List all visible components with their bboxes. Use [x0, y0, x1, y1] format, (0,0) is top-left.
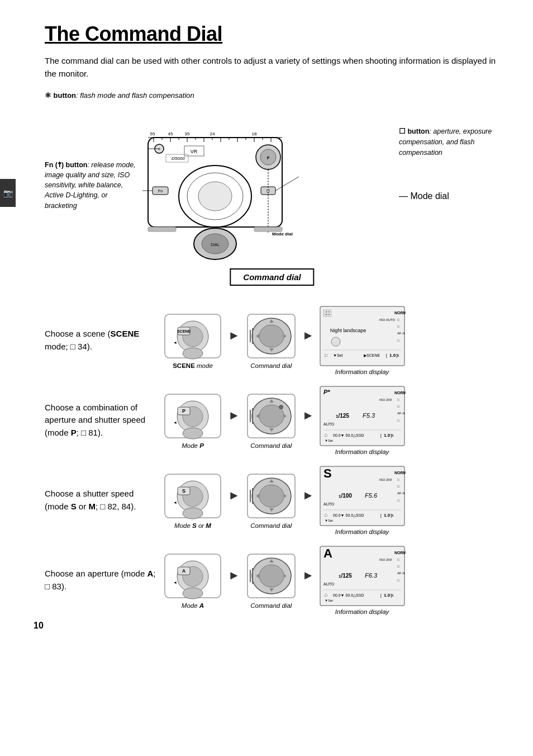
- svg-text:S: S: [182, 488, 185, 494]
- svg-text:AF-A: AF-A: [397, 412, 405, 415]
- svg-text:□: □: [397, 419, 399, 422]
- command-dial-text: Command dial: [243, 272, 301, 282]
- top-diagram-section: ⚛ button: flash mode and flash compensat…: [45, 91, 499, 289]
- scene-info-caption: Information display: [335, 368, 389, 375]
- scene-mode-block: SCENE ◄ SCENE mode: [162, 311, 223, 369]
- s-mode-row: Choose a shutter speed (mode S or M; □ 8…: [45, 465, 499, 535]
- a-mode-svg: A ◄: [162, 551, 223, 601]
- s-info-svg: NORM S ISO 200 □ □ AF-A □ 1/100 F5.6 AUT…: [319, 465, 406, 527]
- svg-text:⛶: ⛶: [325, 311, 329, 315]
- s-dial-svg: [245, 471, 298, 521]
- svg-text:35: 35: [185, 131, 190, 136]
- ev-label-text: ☐ button: aperture, exposure compensatio…: [399, 126, 499, 158]
- svg-text:S: S: [323, 466, 332, 480]
- svg-text:▼Set: ▼Set: [333, 353, 342, 357]
- s-images: S ◄ Mode S or M ►: [162, 465, 499, 535]
- svg-text:[: [: [380, 513, 382, 518]
- svg-point-91: [279, 405, 283, 409]
- camera-diagram: 55 45 35 24 18 VR D5000: [131, 104, 299, 266]
- s-dial-caption: Command dial: [250, 522, 292, 529]
- svg-text:NORM: NORM: [394, 311, 406, 315]
- svg-point-146: [183, 588, 203, 599]
- svg-text:□: □: [397, 485, 399, 488]
- p-mode-svg: P ◄: [162, 391, 223, 441]
- bookmark-tab: 📷: [0, 179, 16, 207]
- svg-text:ISO 200: ISO 200: [379, 478, 392, 481]
- svg-text:ISO 200: ISO 200: [379, 558, 392, 561]
- svg-rect-47: [148, 227, 176, 231]
- scene-arrow: ►: [227, 328, 241, 343]
- svg-point-85: [183, 428, 203, 439]
- svg-text:DIAL: DIAL: [211, 243, 220, 247]
- svg-point-27: [198, 182, 232, 211]
- bookmark-icon: 📷: [3, 188, 13, 197]
- svg-point-55: [183, 348, 203, 359]
- svg-text:VR: VR: [191, 149, 198, 154]
- svg-text:□: □: [397, 499, 399, 502]
- svg-text:A: A: [182, 568, 186, 574]
- a-info-block: NORM A ISO 200 □ □ AF-A □ 1/125 F6.3 AUT…: [319, 545, 406, 615]
- s-arrow: ►: [227, 488, 241, 503]
- svg-text:18: 18: [252, 131, 257, 136]
- ev-labels: ☐ button: aperture, exposure compensatio…: [399, 126, 499, 201]
- a-mode-row: Choose an aperture (mode A; □ 83). A ◄ M…: [45, 545, 499, 615]
- svg-point-58: [259, 325, 284, 347]
- svg-text:F6.3: F6.3: [365, 572, 378, 579]
- svg-text:▼Set: ▼Set: [325, 439, 333, 442]
- s-info-caption: Information display: [335, 528, 389, 535]
- s-mode-caption: Mode S or M: [174, 522, 211, 529]
- flash-italic-label: : flash mode and flash compensation: [76, 91, 194, 100]
- command-dial-label-box: Command dial: [230, 268, 314, 286]
- svg-text:□: □: [397, 579, 399, 582]
- p-arrow: ►: [227, 408, 241, 423]
- mode-dial-label: — Mode dial: [399, 191, 499, 201]
- svg-text:00.0▼ 00.0△SSD: 00.0▼ 00.0△SSD: [333, 433, 364, 437]
- rows-section: Choose a scene (SCENE mode; □ 34). SCENE…: [45, 305, 499, 615]
- svg-text:P: P: [267, 156, 270, 160]
- svg-text:P*: P*: [323, 389, 330, 395]
- scene-arrow2: ►: [301, 328, 316, 343]
- page-container: 📷 The Command Dial The command dial can …: [0, 0, 533, 648]
- svg-text:AF-A: AF-A: [397, 571, 405, 575]
- svg-text:AUTO: AUTO: [323, 422, 335, 426]
- svg-text:□: □: [397, 325, 399, 328]
- p-mode-row: Choose a combination of aperture and shu…: [45, 385, 499, 455]
- svg-text:55: 55: [150, 131, 155, 136]
- svg-text:1.0: 1.0: [384, 433, 391, 438]
- svg-text:]k: ]k: [391, 513, 394, 518]
- p-mode-caption: Mode P: [182, 442, 204, 449]
- svg-text:⚛: ⚛: [158, 147, 161, 151]
- svg-text:◄: ◄: [173, 500, 177, 504]
- svg-text:[: [: [380, 433, 382, 438]
- scene-dial-svg: [245, 311, 298, 361]
- scene-mode-svg: SCENE ◄: [162, 311, 223, 361]
- p-images: P ◄ Mode P ►: [162, 385, 499, 455]
- svg-text:NORM: NORM: [394, 551, 406, 555]
- scene-info-block: ⛶ NORM □ □ AF-A □ ISO AUTO Night landsca…: [319, 305, 406, 375]
- a-mode-caption: Mode A: [182, 602, 204, 609]
- scene-mode-caption: SCENE mode: [173, 362, 213, 369]
- svg-text:Fn: Fn: [158, 189, 163, 193]
- p-arrow2: ►: [301, 408, 316, 423]
- flash-bold-label: ⚛ button: [45, 91, 76, 100]
- svg-text:Mode dial: Mode dial: [272, 231, 293, 237]
- svg-text:D5000: D5000: [172, 156, 185, 161]
- scene-info-svg: ⛶ NORM □ □ AF-A □ ISO AUTO Night landsca…: [319, 305, 406, 367]
- svg-text:SCENE: SCENE: [177, 329, 191, 333]
- svg-text:[: [: [380, 593, 382, 598]
- scene-images: SCENE ◄ SCENE mode ►: [162, 305, 499, 375]
- svg-text:□: □: [397, 339, 399, 342]
- p-info-block: NORM P* □ ISO 200 □ AF-A □ 1/125 F5.3 AU…: [319, 385, 406, 455]
- svg-text:24: 24: [210, 131, 215, 136]
- s-arrow2: ►: [301, 488, 316, 503]
- scene-row: Choose a scene (SCENE mode; □ 34). SCENE…: [45, 305, 499, 375]
- svg-text:P: P: [182, 408, 185, 414]
- a-arrow2: ►: [301, 568, 316, 583]
- page-number: 10: [34, 621, 44, 631]
- a-mode-block: A ◄ Mode A: [162, 551, 223, 609]
- diagram-area: Fn (☨) button: release mode, image quali…: [45, 104, 499, 289]
- svg-text:F5.3: F5.3: [363, 412, 375, 419]
- svg-text:▼Set: ▼Set: [325, 599, 333, 602]
- scene-dial-block: Command dial: [245, 311, 298, 369]
- svg-rect-48: [254, 227, 282, 231]
